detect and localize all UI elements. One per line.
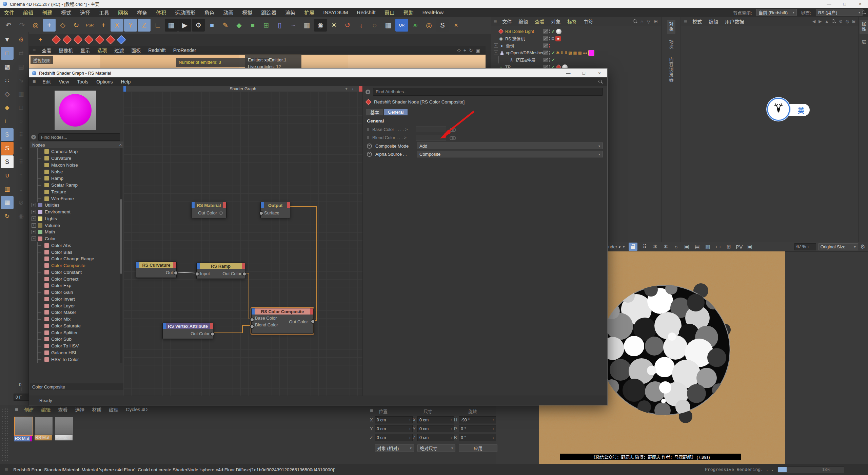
- rs-object-icon-5[interactable]: [95, 35, 104, 44]
- alpha-source-radio-icon[interactable]: [367, 152, 372, 157]
- edges-mode-icon[interactable]: ◇: [1, 88, 14, 100]
- y-axis-icon[interactable]: Y: [124, 19, 137, 32]
- shader-minimize-button[interactable]: —: [560, 69, 576, 77]
- tree-item[interactable]: Color Bias: [30, 249, 118, 255]
- viewport-maximize-icon[interactable]: ▣: [476, 48, 480, 53]
- tree-category[interactable]: + Volume: [30, 222, 118, 229]
- mat-menu-item[interactable]: 选择: [75, 406, 84, 413]
- move-icon[interactable]: +: [43, 19, 56, 32]
- tree-item[interactable]: Color Saturate: [30, 323, 118, 329]
- 网格[interactable]: 网格: [118, 9, 128, 16]
- tree-category[interactable]: + Environment: [30, 209, 118, 215]
- 窗口[interactable]: 窗口: [384, 9, 395, 16]
- rp-search-icon[interactable]: [832, 19, 836, 23]
- disabled-sphere-icon[interactable]: ◌: [15, 115, 27, 128]
- render-settings-icon[interactable]: ⚙: [192, 19, 205, 32]
- composite-mode-radio-icon[interactable]: [367, 144, 372, 149]
- om-menu-item[interactable]: 标签: [567, 18, 577, 25]
- disabled-bars-icon[interactable]: ▤: [15, 60, 27, 73]
- viewport-menu-item[interactable]: 面板: [131, 47, 141, 54]
- tree-item[interactable]: Color Exp: [30, 282, 118, 289]
- rp-menu-item[interactable]: 用户数据: [725, 18, 744, 25]
- rs-object-icon-1[interactable]: [52, 35, 61, 44]
- maximize-button[interactable]: □: [837, 0, 852, 8]
- mat-menu-item[interactable]: 材质: [92, 406, 101, 413]
- pos-y-input[interactable]: 0 cm↕: [375, 425, 413, 432]
- disabled-down-icon[interactable]: ↓: [15, 183, 27, 195]
- balls-tag-icon[interactable]: ●●: [583, 51, 587, 55]
- om-home-icon[interactable]: ⌂: [640, 19, 643, 24]
- rp-up-icon[interactable]: ▲: [825, 19, 829, 24]
- viewport-menu-item[interactable]: 过滤: [114, 47, 124, 54]
- tree-item[interactable]: Color Gain: [30, 289, 118, 296]
- tree-item[interactable]: Maxon Noise: [30, 162, 118, 169]
- drop-to-floor-icon[interactable]: ↓: [355, 19, 368, 32]
- tree-item[interactable]: Curvature: [30, 155, 118, 162]
- grid-tag-icon[interactable]: ⠿: [561, 51, 564, 55]
- apply-button[interactable]: 应用: [459, 444, 497, 452]
- spline-icon[interactable]: ~: [287, 19, 300, 32]
- magnet-icon[interactable]: ∪: [1, 169, 14, 182]
- shader-menu-icon[interactable]: ≡: [33, 79, 36, 85]
- visibility-dots[interactable]: [549, 30, 550, 33]
- material-tag-magenta[interactable]: [588, 50, 594, 56]
- live-selection-icon[interactable]: ◎: [29, 19, 42, 32]
- shader-menu-item[interactable]: Options: [96, 79, 113, 84]
- x-axis-icon[interactable]: X: [111, 19, 123, 32]
- base-color-swatch[interactable]: [416, 127, 446, 132]
- tree-item[interactable]: Texture: [30, 189, 118, 195]
- rs-object-icon-2[interactable]: [62, 35, 72, 44]
- object-row-backup[interactable]: + ● 备份: [494, 42, 658, 49]
- material-item[interactable]: RS Mat: [14, 417, 32, 441]
- layer-toggle[interactable]: [543, 29, 548, 34]
- enable-snap-icon[interactable]: S: [1, 128, 14, 141]
- minimize-button[interactable]: —: [821, 0, 837, 8]
- rot-h-input[interactable]: -90 °↕: [459, 416, 496, 423]
- disabled-dots-icon[interactable]: ⠿: [15, 128, 27, 141]
- node-rs-curvature[interactable]: RS Curvature Out: [136, 262, 177, 278]
- texture-mode-icon[interactable]: ▩: [1, 60, 14, 73]
- dock-side-tab[interactable]: 内容浏览器: [667, 55, 675, 84]
- snap-icon[interactable]: +: [97, 19, 110, 32]
- shader-menu-item[interactable]: Tools: [77, 79, 88, 84]
- render-view-icon[interactable]: ▦: [165, 19, 178, 32]
- rs-object-icon-4[interactable]: [84, 35, 94, 44]
- rs-object-icon-3[interactable]: [73, 35, 83, 44]
- object-row-squash[interactable]: § 挤压&伸展 ✓: [494, 56, 658, 63]
- shader-window-titlebar[interactable]: Redshift Shader Graph - RS Material — □ …: [29, 69, 607, 77]
- find-attributes-input[interactable]: Find Attributes...: [373, 88, 603, 96]
- surface-port[interactable]: [259, 211, 263, 215]
- graph-download-icon[interactable]: ↓: [352, 87, 354, 91]
- gear-cursor-icon[interactable]: ⚙: [15, 33, 27, 46]
- rp-target-icon[interactable]: ◎: [845, 19, 849, 24]
- menubar-search-icon[interactable]: [862, 11, 866, 15]
- size-y-input[interactable]: 0 cm↕: [417, 425, 454, 432]
- paint-tag-icon[interactable]: ✱: [556, 50, 560, 55]
- viewport-toggle-icon[interactable]: ◇: [457, 48, 461, 53]
- viewport-pan-icon[interactable]: +: [463, 48, 466, 53]
- mat-menu-item[interactable]: Cycles 4D: [126, 407, 147, 412]
- vertex-out-port[interactable]: [210, 332, 215, 336]
- rs-camera-tag[interactable]: ◉: [555, 36, 561, 41]
- size-x-input[interactable]: 0 cm↕: [417, 416, 454, 423]
- interface-select[interactable]: RS (用户)▾: [816, 9, 863, 16]
- disabled-up-icon[interactable]: ↑: [15, 169, 27, 182]
- enabled-check-icon[interactable]: ✓: [551, 29, 555, 34]
- tree-item[interactable]: Golaem HSL: [30, 349, 118, 356]
- RealFlow[interactable]: RealFlow: [422, 10, 444, 15]
- tree-item[interactable]: Color Mix: [30, 316, 118, 323]
- tree-item[interactable]: Color Correct: [30, 276, 118, 282]
- 选择[interactable]: 选择: [80, 9, 90, 16]
- 渲染[interactable]: 渲染: [285, 9, 295, 16]
- rp-menu-icon[interactable]: ≡: [684, 18, 687, 24]
- scale-icon[interactable]: ◇: [56, 19, 69, 32]
- s-tool-icon[interactable]: S: [436, 19, 449, 32]
- make-editable-icon[interactable]: ▼: [1, 33, 14, 46]
- Redshift[interactable]: Redshift: [357, 10, 376, 15]
- rp-menu-item[interactable]: 模式: [692, 18, 702, 25]
- alpha-source-select[interactable]: Composite ▾: [417, 151, 603, 157]
- blend-color-port[interactable]: [250, 324, 254, 329]
- rot-p-input[interactable]: 0 °↕: [459, 425, 496, 432]
- selection-ring-icon[interactable]: ◌: [368, 19, 381, 32]
- array-icon[interactable]: ▦: [382, 19, 395, 32]
